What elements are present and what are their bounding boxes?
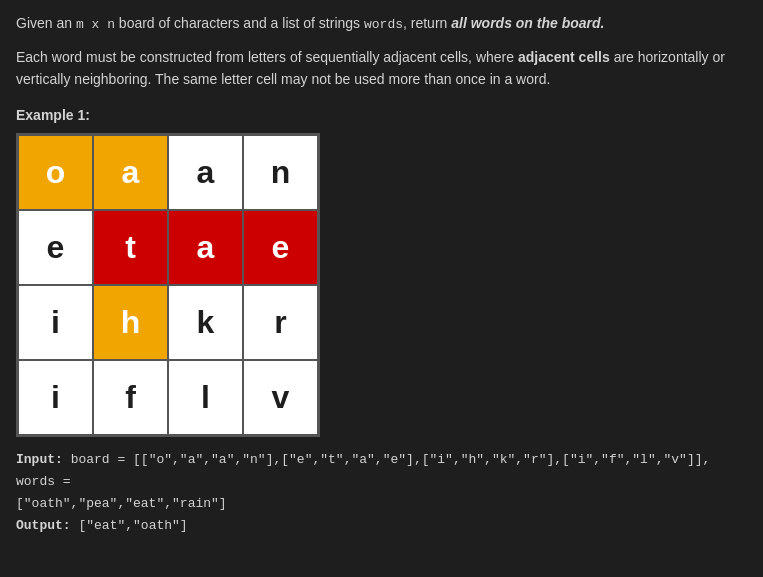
grid-cell-2-2: k: [168, 285, 243, 360]
adjacent-cells-bold: adjacent cells: [518, 49, 610, 65]
grid-cell-2-1: h: [93, 285, 168, 360]
grid-row-0: oaan: [18, 135, 318, 210]
output-line: Output: ["eat","oath"]: [16, 515, 747, 537]
italic-return: all words on the board.: [451, 15, 604, 31]
grid-cell-1-2: a: [168, 210, 243, 285]
code-words: words: [364, 17, 403, 32]
code-mn: m x n: [76, 17, 115, 32]
grid-cell-1-3: e: [243, 210, 318, 285]
grid-cell-3-3: v: [243, 360, 318, 435]
grid-cell-1-0: e: [18, 210, 93, 285]
grid-container: oaanetaeihkriflv: [16, 133, 320, 437]
intro-paragraph: Given an m x n board of characters and a…: [16, 12, 747, 36]
grid-cell-0-0: o: [18, 135, 93, 210]
grid-cell-1-1: t: [93, 210, 168, 285]
grid-cell-2-0: i: [18, 285, 93, 360]
grid-row-2: ihkr: [18, 285, 318, 360]
grid-row-1: etae: [18, 210, 318, 285]
input-line2: ["oath","pea","eat","rain"]: [16, 493, 747, 515]
grid-cell-2-3: r: [243, 285, 318, 360]
example-label: Example 1:: [16, 107, 747, 123]
board-text: board: [119, 15, 155, 31]
input-keyword: Input:: [16, 452, 63, 467]
input-words: ["oath","pea","eat","rain"]: [16, 496, 227, 511]
input-output: Input: board = [["o","a","a","n"],["e","…: [16, 449, 747, 537]
output-value: ["eat","oath"]: [78, 518, 187, 533]
grid-cell-3-2: l: [168, 360, 243, 435]
grid-row-3: iflv: [18, 360, 318, 435]
description-paragraph: Each word must be constructed from lette…: [16, 46, 747, 91]
grid-cell-3-0: i: [18, 360, 93, 435]
grid-cell-0-3: n: [243, 135, 318, 210]
input-value1: board = [["o","a","a","n"],["e","t","a",…: [16, 452, 710, 489]
grid-cell-0-1: a: [93, 135, 168, 210]
output-keyword: Output:: [16, 518, 71, 533]
input-line1: Input: board = [["o","a","a","n"],["e","…: [16, 449, 747, 493]
grid-cell-0-2: a: [168, 135, 243, 210]
problem-statement: Given an m x n board of characters and a…: [16, 12, 747, 91]
grid-cell-3-1: f: [93, 360, 168, 435]
